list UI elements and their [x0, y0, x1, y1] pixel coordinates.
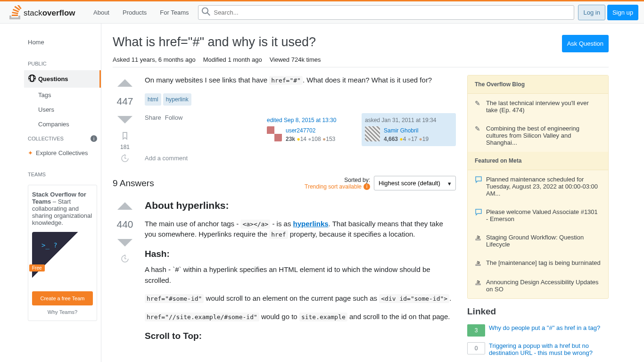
overflow-blog-box: The Overflow Blog ✎ The last technical i… [467, 75, 609, 299]
svg-rect-26 [477, 280, 480, 282]
sorted-by-label: Sorted by: [305, 177, 370, 183]
nav-teams-heading: TEAMS [24, 168, 101, 181]
svg-rect-14 [477, 236, 480, 238]
stackoverflow-logo-icon: stackoverflow [9, 5, 80, 19]
downvote-icon[interactable] [116, 234, 133, 251]
collectives-title: COLLECTIVES [28, 136, 64, 141]
sort-select[interactable]: Highest score (default) [374, 176, 456, 190]
editor-name[interactable]: user247702 [286, 126, 335, 135]
svg-rect-3 [12, 15, 18, 16]
search-input[interactable] [198, 5, 574, 20]
question-meta: Asked 11 years, 6 months ago Modified 1 … [113, 56, 609, 67]
meta-item[interactable]: Staging Ground Workflow: Question Lifecy… [468, 228, 608, 254]
main-layout: 447 181 On many websites I see links tha… [113, 75, 609, 362]
editor-avatar[interactable] [267, 126, 282, 141]
follow-link[interactable]: Follow [165, 113, 183, 146]
question-header: What is href="#" and why is it used? Ask… [113, 35, 609, 52]
ask-question-button[interactable]: Ask Question [562, 35, 609, 52]
speech-icon [475, 176, 482, 185]
nav-about[interactable]: About [88, 6, 115, 19]
answer-heading: About hyperlinks: [145, 198, 456, 213]
tag-hyperlink[interactable]: hyperlink [163, 93, 191, 106]
linked-item: 0 Triggering a popup with a href but no … [467, 342, 609, 356]
activity-icon[interactable] [121, 154, 129, 163]
svg-rect-19 [477, 262, 479, 263]
downvote-icon[interactable] [116, 111, 133, 128]
logo[interactable]: stackoverflow [6, 1, 84, 23]
nav-questions[interactable]: Questions [24, 70, 101, 88]
login-button[interactable]: Log in [578, 5, 605, 20]
linked-link[interactable]: Triggering a popup with a href but no de… [489, 342, 609, 356]
linked-item: 3 Why do people put a "#" as href in a t… [467, 324, 609, 337]
asker-card: asked Jan 31, 2011 at 19:34 Samir Ghobri… [362, 113, 456, 146]
nav-explore-collectives[interactable]: ✦ Explore Collectives [24, 146, 101, 160]
activity-icon[interactable] [121, 255, 129, 263]
stack-icon [475, 234, 482, 242]
blog-item[interactable]: ✎ Combining the best of engineering cult… [468, 119, 608, 152]
nav-questions-label: Questions [38, 75, 68, 82]
linked-score: 3 [467, 324, 485, 337]
vote-cell: 447 181 [113, 75, 137, 165]
trending-sort-link[interactable]: Trending sort available i [305, 183, 370, 190]
nav-tags[interactable]: Tags [24, 88, 101, 102]
edited-time[interactable]: edited Sep 8, 2015 at 13:30 [267, 116, 355, 124]
linked-header: Linked [467, 306, 609, 317]
signup-button[interactable]: Sign up [607, 5, 638, 20]
header-nav: About Products For Teams [88, 6, 194, 19]
header: stackoverflow About Products For Teams L… [0, 1, 644, 24]
editor-card: edited Sep 8, 2015 at 13:30 user247702 2… [264, 113, 358, 146]
post-area: 447 181 On many websites I see links tha… [113, 75, 456, 362]
vote-count: 447 [116, 96, 133, 107]
svg-rect-13 [477, 237, 479, 238]
nav-home[interactable]: Home [24, 35, 101, 49]
svg-rect-12 [477, 238, 479, 239]
meta-item[interactable]: Please welcome Valued Associate #1301 - … [468, 203, 608, 228]
answers-count: 9 Answers [113, 178, 154, 189]
nav-users[interactable]: Users [24, 102, 101, 117]
nav-for-teams[interactable]: For Teams [154, 6, 194, 19]
content: What is href="#" and why is it used? Ask… [101, 24, 620, 362]
vote-cell: 440 [113, 198, 137, 347]
share-link[interactable]: Share [145, 113, 161, 146]
linked-score: 0 [467, 342, 485, 354]
upvote-icon[interactable] [116, 198, 133, 215]
nav-companies[interactable]: Companies [24, 117, 101, 132]
bookmark-icon[interactable] [121, 132, 129, 140]
nav-products[interactable]: Products [117, 6, 152, 19]
svg-text:stackoverflow: stackoverflow [24, 8, 75, 17]
tags: html hyperlink [145, 93, 456, 106]
svg-rect-11 [480, 239, 481, 240]
svg-rect-25 [477, 281, 479, 282]
add-comment-link[interactable]: Add a comment [145, 152, 456, 165]
asker-name[interactable]: Samir Ghobril [384, 126, 429, 135]
hyperlinks-link[interactable]: hyperlinks [293, 220, 329, 228]
svg-rect-4 [12, 12, 18, 14]
teams-promo-image: Free [32, 232, 93, 286]
upvote-icon[interactable] [116, 75, 133, 92]
teams-promo: Stack Overflow for Teams – Start collabo… [28, 185, 97, 321]
post-actions: Share Follow edited Sep 8, 2015 at 13:30 [145, 113, 456, 146]
meta-item[interactable]: Announcing Design Accessibility Updates … [468, 273, 608, 298]
meta-header: Featured on Meta [468, 152, 608, 170]
editor-rep: 23k ●14 ●108 ●153 [286, 135, 335, 143]
why-teams-link[interactable]: Why Teams? [32, 309, 93, 315]
meta-item[interactable]: The [maintenance] tag is being burninate… [468, 254, 608, 273]
search-icon [202, 8, 210, 17]
main-container: Home PUBLIC Questions Tags Users Compani… [24, 24, 620, 362]
pencil-icon: ✎ [475, 99, 482, 107]
right-sidebar: The Overflow Blog ✎ The last technical i… [467, 75, 609, 362]
linked-link[interactable]: Why do people put a "#" as href in a tag… [489, 324, 600, 331]
asked-time: asked Jan 31, 2011 at 19:34 [365, 116, 453, 124]
info-icon[interactable]: i [91, 135, 97, 142]
asker-avatar[interactable] [365, 126, 380, 141]
meta-item[interactable]: Planned maintenance scheduled for Tuesda… [468, 170, 608, 203]
hash-heading: Hash: [145, 247, 456, 261]
svg-rect-23 [480, 283, 481, 285]
svg-rect-24 [477, 283, 479, 283]
tag-html[interactable]: html [145, 93, 161, 106]
scroll-top-heading: Scroll to Top: [145, 329, 456, 343]
asked-value: 11 years, 6 months ago [132, 56, 196, 63]
globe-icon [28, 74, 36, 84]
create-team-button[interactable]: Create a free Team [32, 291, 93, 305]
blog-item[interactable]: ✎ The last technical interview you'll ev… [468, 94, 608, 119]
